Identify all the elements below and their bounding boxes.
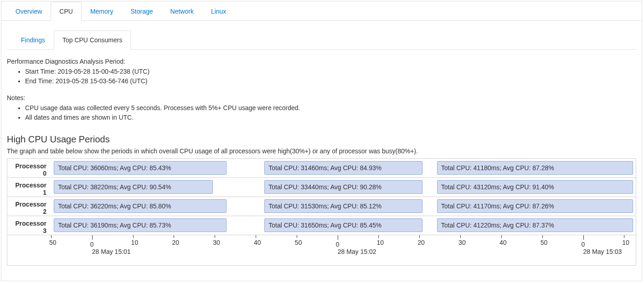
processor-label: Processor 0 bbox=[7, 159, 51, 177]
tab-network[interactable]: Network bbox=[162, 2, 202, 21]
axis-tick: 20 bbox=[174, 235, 181, 246]
cpu-period-bar[interactable]: Total CPU: 41170ms; Avg CPU: 87.26% bbox=[437, 199, 633, 213]
page-container: OverviewCPUMemoryStorageNetworkLinux Fin… bbox=[1, 1, 642, 281]
axis-spacer bbox=[7, 235, 51, 265]
axis-tick: 30 bbox=[460, 235, 468, 246]
axis-tick: 50 bbox=[542, 235, 550, 246]
processor-lane: Total CPU: 36060ms; Avg CPU: 85.43%Total… bbox=[51, 159, 636, 177]
cpu-period-bar[interactable]: Total CPU: 41180ms; Avg CPU: 87.28% bbox=[437, 161, 633, 175]
axis-tick: 10 bbox=[624, 235, 631, 246]
axis-tick: 40 bbox=[501, 235, 509, 246]
cpu-period-bar[interactable]: Total CPU: 43120ms; Avg CPU: 91.40% bbox=[437, 180, 633, 194]
tab-cpu[interactable]: CPU bbox=[51, 2, 82, 21]
cpu-period-bar[interactable]: Total CPU: 36220ms; Avg CPU: 85.80% bbox=[54, 199, 226, 213]
axis-tick: 0 bbox=[338, 235, 341, 248]
processor-row: Processor 3Total CPU: 36190ms; Avg CPU: … bbox=[7, 216, 636, 235]
processor-lane: Total CPU: 36220ms; Avg CPU: 85.80%Total… bbox=[51, 197, 636, 216]
analysis-end-time: End Time: 2019-05-28 15-03-56-746 (UTC) bbox=[25, 76, 636, 86]
analysis-period-list: Start Time: 2019-05-28 15-00-45-238 (UTC… bbox=[7, 67, 636, 86]
subtab-top-cpu-consumers[interactable]: Top CPU Consumers bbox=[54, 30, 131, 50]
processor-label: Processor 1 bbox=[7, 178, 51, 197]
processor-label: Processor 2 bbox=[7, 197, 51, 216]
subtab-findings[interactable]: Findings bbox=[12, 30, 54, 50]
processor-row: Processor 1Total CPU: 38220ms; Avg CPU: … bbox=[7, 178, 636, 197]
cpu-period-bar[interactable]: Total CPU: 41220ms; Avg CPU: 87.37% bbox=[437, 218, 633, 232]
processor-row: Processor 2Total CPU: 36220ms; Avg CPU: … bbox=[7, 197, 636, 216]
processor-label: Processor 3 bbox=[7, 216, 51, 235]
axis-date-label: 28 May 15:02 bbox=[338, 248, 376, 255]
note-item: All dates and times are shown in UTC. bbox=[25, 113, 636, 122]
sub-tabs: FindingsTop CPU Consumers bbox=[7, 30, 636, 50]
note-item: CPU usage data was collected every 5 sec… bbox=[25, 103, 636, 113]
main-tabs: OverviewCPUMemoryStorageNetworkLinux bbox=[1, 1, 642, 21]
notes-heading: Notes: bbox=[7, 94, 636, 101]
processor-lane: Total CPU: 36190ms; Avg CPU: 85.73%Total… bbox=[51, 216, 636, 235]
time-axis: 50010203040500102030405001028 May 15:012… bbox=[51, 235, 636, 265]
cpu-period-bar[interactable]: Total CPU: 33440ms; Avg CPU: 90.28% bbox=[264, 180, 422, 194]
axis-date-label: 28 May 15:01 bbox=[92, 248, 131, 255]
axis-tick: 20 bbox=[419, 235, 427, 246]
axis-tick: 30 bbox=[215, 235, 222, 246]
axis-tick: 10 bbox=[133, 235, 140, 246]
processor-lane: Total CPU: 38220ms; Avg CPU: 90.54%Total… bbox=[51, 178, 636, 197]
axis-tick: 50 bbox=[297, 235, 304, 246]
axis-tick: 0 bbox=[92, 235, 96, 248]
axis-tick: 50 bbox=[51, 235, 58, 246]
cpu-period-bar[interactable]: Total CPU: 31460ms; Avg CPU: 84.93% bbox=[264, 161, 422, 175]
high-cpu-desc: The graph and table below show the perio… bbox=[7, 147, 636, 155]
processor-row: Processor 0Total CPU: 36060ms; Avg CPU: … bbox=[7, 159, 636, 178]
tab-storage[interactable]: Storage bbox=[122, 2, 161, 21]
cpu-period-bar[interactable]: Total CPU: 38220ms; Avg CPU: 90.54% bbox=[54, 180, 213, 194]
cpu-period-bar[interactable]: Total CPU: 31530ms; Avg CPU: 85.12% bbox=[264, 199, 422, 213]
tab-linux[interactable]: Linux bbox=[202, 2, 235, 21]
high-cpu-title: High CPU Usage Periods bbox=[7, 134, 636, 145]
content-area: FindingsTop CPU Consumers Performance Di… bbox=[1, 30, 642, 266]
cpu-period-bar[interactable]: Total CPU: 31650ms; Avg CPU: 85.45% bbox=[264, 218, 422, 232]
tab-memory[interactable]: Memory bbox=[82, 2, 122, 21]
processor-timeline-table: Processor 0Total CPU: 36060ms; Avg CPU: … bbox=[7, 158, 636, 266]
axis-tick: 10 bbox=[378, 235, 386, 246]
cpu-period-bar[interactable]: Total CPU: 36190ms; Avg CPU: 85.73% bbox=[54, 218, 226, 232]
time-axis-row: 50010203040500102030405001028 May 15:012… bbox=[7, 235, 636, 265]
analysis-period-heading: Performance Diagnostics Analysis Period: bbox=[7, 58, 636, 65]
tab-overview[interactable]: Overview bbox=[7, 2, 51, 21]
notes-list: CPU usage data was collected every 5 sec… bbox=[7, 103, 636, 122]
axis-tick: 40 bbox=[256, 235, 263, 246]
cpu-period-bar[interactable]: Total CPU: 36060ms; Avg CPU: 85.43% bbox=[54, 161, 226, 175]
axis-date-label: 28 May 15:03 bbox=[583, 248, 622, 255]
axis-tick: 0 bbox=[583, 235, 587, 248]
analysis-start-time: Start Time: 2019-05-28 15-00-45-238 (UTC… bbox=[25, 67, 636, 76]
